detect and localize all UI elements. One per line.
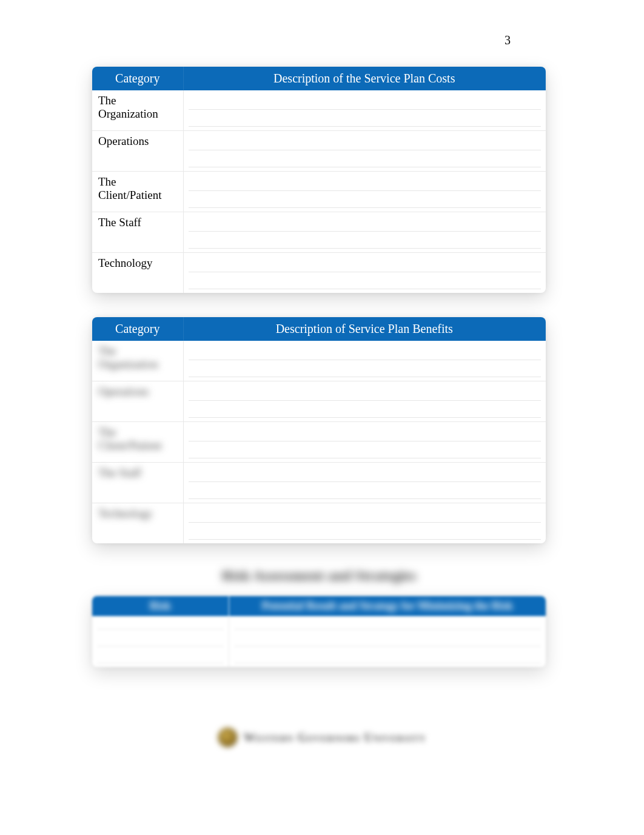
benefits-row-category: The Client/Patient <box>92 422 183 463</box>
benefits-row-description <box>183 341 546 381</box>
costs-table: Category Description of the Service Plan… <box>92 67 546 293</box>
costs-table-header-row: Category Description of the Service Plan… <box>92 67 546 90</box>
benefits-table: Category Description of Service Plan Ben… <box>92 317 546 543</box>
risk-row-b <box>229 616 546 633</box>
costs-row-description <box>183 131 546 172</box>
seal-icon <box>218 728 237 747</box>
table-row: Technology <box>92 253 546 293</box>
benefits-header-category: Category <box>92 317 183 341</box>
benefits-row-description <box>183 381 546 422</box>
risk-row-a <box>92 616 229 633</box>
risk-header-b: Potential Result and Strategy for Minimi… <box>229 596 546 616</box>
costs-row-category: The Staff <box>92 212 183 253</box>
benefits-row-description <box>183 422 546 463</box>
risk-row-b <box>229 633 546 650</box>
costs-row-description <box>183 172 546 212</box>
costs-row-category: The Organization <box>92 90 183 131</box>
risk-row-b <box>229 650 546 667</box>
table-row: The Staff <box>92 212 546 253</box>
risk-table-header-row: Risk Potential Result and Strategy for M… <box>92 596 546 616</box>
benefits-row-description <box>183 463 546 503</box>
table-row: The Client/Patient <box>92 172 546 212</box>
table-row: Operations <box>92 131 546 172</box>
benefits-table-container: Category Description of Service Plan Ben… <box>92 317 546 543</box>
benefits-row-category: Technology <box>92 503 183 544</box>
table-row <box>92 650 546 667</box>
table-row <box>92 633 546 650</box>
table-row: The Client/Patient <box>92 422 546 463</box>
costs-row-description <box>183 212 546 253</box>
page-number: 3 <box>505 33 511 47</box>
costs-header-description: Description of the Service Plan Costs <box>183 67 546 90</box>
costs-row-category: Technology <box>92 253 183 293</box>
table-row: Technology <box>92 503 546 544</box>
table-row: The Staff <box>92 463 546 503</box>
footer-institution-name: Western Governors University <box>243 731 426 745</box>
risk-header-a: Risk <box>92 596 229 616</box>
costs-row-category: The Client/Patient <box>92 172 183 212</box>
benefits-row-description <box>183 503 546 544</box>
table-row <box>92 616 546 633</box>
footer-institution-logo: Western Governors University <box>218 728 426 747</box>
costs-table-container: Category Description of the Service Plan… <box>92 67 546 293</box>
costs-row-description <box>183 90 546 131</box>
risk-table: Risk Potential Result and Strategy for M… <box>92 596 546 667</box>
benefits-row-category: The Staff <box>92 463 183 503</box>
benefits-row-category: The Organization <box>92 341 183 381</box>
page-content: Category Description of the Service Plan… <box>0 0 644 667</box>
table-row: The Organization <box>92 341 546 381</box>
costs-header-category: Category <box>92 67 183 90</box>
section-heading-risk: Risk Assessment and Strategies <box>61 568 577 584</box>
benefits-header-description: Description of Service Plan Benefits <box>183 317 546 341</box>
benefits-row-category: Operations <box>92 381 183 422</box>
benefits-table-header-row: Category Description of Service Plan Ben… <box>92 317 546 341</box>
risk-row-a <box>92 633 229 650</box>
costs-row-description <box>183 253 546 293</box>
risk-row-a <box>92 650 229 667</box>
table-row: Operations <box>92 381 546 422</box>
table-row: The Organization <box>92 90 546 131</box>
costs-row-category: Operations <box>92 131 183 172</box>
risk-table-container: Risk Potential Result and Strategy for M… <box>92 596 546 667</box>
